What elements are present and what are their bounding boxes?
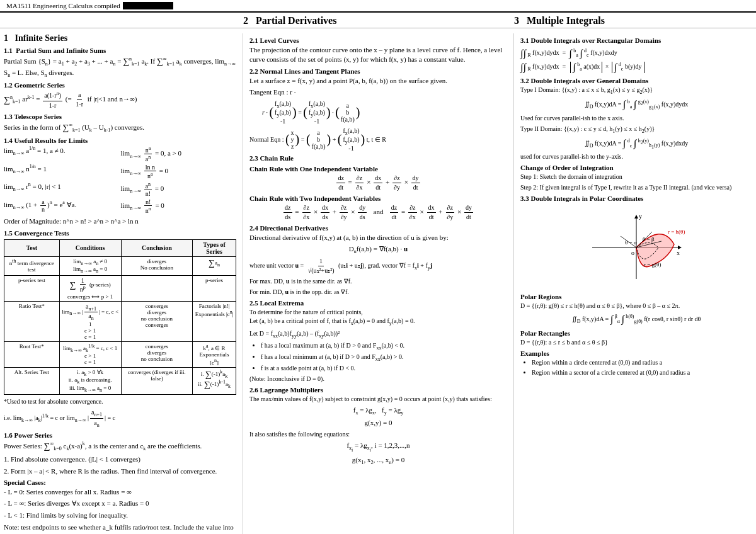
lagrange-gen-formula: fxi = λgxi, i = 1,2,3,...,n xyxy=(249,441,507,453)
limit-6: limn→∞ ann! = 0 xyxy=(121,181,237,197)
type2-note: used for curves parallel-ish to the y-ax… xyxy=(520,152,752,161)
table-row: p-series test ∑ 1np (p-series) converges… xyxy=(4,276,236,301)
col2-header-cell: 2 Partial Derivatives xyxy=(243,15,514,28)
limit-7: limn→∞ (1 + an)n = ea ∀a. xyxy=(4,198,120,214)
svg-marker-2 xyxy=(634,215,638,219)
conditions-nth: limn→∞ an ≠ 0limn→∞ an = 0 xyxy=(59,256,121,276)
polar-rect-title: Polar Rectangles xyxy=(520,329,752,337)
limits-grid: limn→∞ a1/n = 1, a ≠ 0. limn→∞ naan = 0,… xyxy=(4,145,236,215)
convergence-table: Test Conditions Conclusion Types of Seri… xyxy=(4,239,236,395)
svg-text:y: y xyxy=(639,213,642,220)
test-alt: Alt. Series Test xyxy=(4,367,60,394)
tangent-eqn: r · ( fx(a,b) fy(a,b) -1 ) = ( fx(a,b) f… xyxy=(262,100,507,125)
special-case-2: - L = ∞: Series diverges ∀x except x = a… xyxy=(4,499,236,508)
power-series-body: Power Series: ∑∞k=0 ck(x-a)k, a is the c… xyxy=(4,440,236,453)
col3-number: 3 xyxy=(514,15,519,26)
extrema-condition-2: f has a local minimum at (a, b) if D > 0… xyxy=(261,353,507,363)
extrema-note: (Note: Inconclusive if D = 0). xyxy=(249,375,507,383)
sec-3-3-title: 3.3 Double Integrals in Polar Coordinate… xyxy=(520,195,752,202)
sec-1-3-body: Series in the form of ∑∞k=1 (Uk – Uk-1) … xyxy=(4,122,236,134)
test-pseries: p-series test xyxy=(4,276,60,301)
svg-text:θ = α: θ = α xyxy=(625,239,637,246)
types-pseries: p-series xyxy=(193,276,236,301)
sec-1-4-title: 1.4 Useful Results for Limits xyxy=(4,137,236,144)
types-ratio: Factorials |n!|Exponentials |cn| xyxy=(193,301,236,341)
change-order-title: Change of Order of Integration xyxy=(520,164,752,171)
extrema-condition-3: f is at a saddle point at (a, b) if D < … xyxy=(261,364,507,373)
special-case-3: - L < 1: Find limits by solving for ineq… xyxy=(4,511,236,520)
double-int-formula2: ∫∫ R f(x,y)dydx = ∫ ba a(x)dx × ∫ dc b(y… xyxy=(520,62,646,73)
table-header-conditions: Conditions xyxy=(59,239,121,256)
sec-2-2-body: Let a surface z = f(x, y) and a point P(… xyxy=(249,76,507,86)
convergence-ie: i.e. limk→∞ |ak|1/k = c or limn→∞ |an+1a… xyxy=(4,408,236,429)
sec-1-5-title: 1.5 Convergence Tests xyxy=(4,229,236,237)
sec-2-6-body: The max/min values of f(x,y) subject to … xyxy=(249,395,507,404)
col3-title: Multiple Integrals xyxy=(527,15,605,26)
header-redacted xyxy=(123,2,173,9)
examples-title: Examples xyxy=(520,349,752,357)
svg-text:r = g(θ): r = g(θ) xyxy=(644,261,661,268)
unit-vector: where unit vector u = 1√(u₁²+u₂²) (u₁i +… xyxy=(249,257,507,275)
table-header-test: Test xyxy=(4,239,60,256)
polar-regions-title: Polar Regions xyxy=(520,293,752,300)
types-nth: ∑an xyxy=(193,256,236,276)
table-row: Ratio Test* limn→∞ |an+1an| = c, c < 1 c… xyxy=(4,301,236,341)
examples-list: Region within a circle centered at (0,0)… xyxy=(532,358,752,377)
lagrange-gen-constraint: g(x1, x2, ..., xn) = 0 xyxy=(249,455,507,466)
test-root: Root Test* xyxy=(4,341,60,367)
power-series-step2: 2. Form |x – a| < R, where R is the radi… xyxy=(4,467,236,476)
type1-formula: ∬D f(x,y)dA = ∫ ba ∫ g2(x)g1(x) f(x,y)dy… xyxy=(520,98,752,111)
power-series-step1: 1. Find absolute convergence. (|L| < 1 c… xyxy=(4,455,236,464)
sec-1-3-title: 1.3 Telescope Series xyxy=(4,113,236,120)
page-header: MA1511 Engineering Calculus compiled xyxy=(0,0,756,13)
type2-domain: Type II Domain: {(x,y) : c ≤ y ≤ d, h1(y… xyxy=(520,125,752,135)
limit-2: limn→∞ naan = 0, a > 0 xyxy=(121,145,237,163)
sec-2-1-title: 2.1 Level Curves xyxy=(249,37,507,44)
polar-diagram: y x o r = h(θ) r = g(θ) θ = β xyxy=(586,210,687,285)
tangent-eqn-label: Tangent Eqn : r · xyxy=(249,88,507,97)
polar-regions-domain: D = {(r,θ): g(θ) ≤ r ≤ h(θ) and α ≤ θ ≤ … xyxy=(520,302,752,310)
col2-title: Partial Derivatives xyxy=(256,15,336,26)
sec-3-1-title: 3.1 Double Integrals over Rectangular Do… xyxy=(520,37,752,44)
conditions-ratio: limn→∞ |an+1an| = c, c < 1 c > 1c = 1 xyxy=(59,301,121,341)
lagrange-formula2: g(x,y) = 0 xyxy=(249,418,507,428)
header-title: MA1511 Engineering Calculus compiled xyxy=(6,2,120,9)
svg-text:θ = β: θ = β xyxy=(643,236,655,242)
example-1: Region within a circle centered at (0,0)… xyxy=(532,358,752,367)
page: MA1511 Engineering Calculus compiled 2 P… xyxy=(0,0,756,534)
col1-header-cell xyxy=(4,15,243,28)
chain-rule-1var-formula: dzdt = ∂z∂x × dxdt + ∂z∂y × dydt xyxy=(249,174,507,192)
sec-1-1-body: Partial Sum {Sn} = a1 + a2 + a3 + ... + … xyxy=(4,55,236,79)
table-header-conclusion: Conclusion xyxy=(121,239,192,256)
order-magnitude: Order of Magnitude: n^n > n! > a^n > n^a… xyxy=(4,217,236,226)
conclusion-ratio: convergesdivergesno conclusionconverges xyxy=(121,301,192,341)
sec-1-2-body: ∑nk=1 ark-1 = a(1-rn)1-r (= a1-r if |r|<… xyxy=(4,90,236,110)
conclusion-pseries xyxy=(121,276,192,301)
sec-1-1-num: 1.1 xyxy=(4,47,13,54)
special-case-1: - L = 0: Series converges for all x. Rad… xyxy=(4,487,236,497)
test-nth: nth term divergence test xyxy=(4,256,60,276)
sec-2-1-body: The projection of the contour curve onto… xyxy=(249,45,507,65)
table-row: Root Test* limk→∞ ak1/k = c, c < 1 c > 1… xyxy=(4,341,236,367)
type1-domain: Type I Domain: {(x,y) : a ≤ x ≤ b, g1(x)… xyxy=(520,86,752,96)
types-alt: i. ∑(-1)kak ii. ∑(-1)k-1ak xyxy=(193,367,236,394)
max-dd: For max. DD, u is in the same dir. as ∇f… xyxy=(249,277,507,286)
type2-formula: ∬D f(x,y)dA = ∫ dc ∫ h2(y)h1(y) f(x,y)dx… xyxy=(520,137,752,151)
lagrange-formula1: fx = λgx, fy = λgy xyxy=(249,406,507,416)
column-headers-row: 2 Partial Derivatives 3 Multiple Integra… xyxy=(0,13,756,28)
example-2: Region within a sector of a circle cente… xyxy=(532,368,752,377)
sec-2-5-title: 2.5 Local Extrema xyxy=(249,299,507,307)
change-order-step1: Step 1: Sketch the domain of integration xyxy=(520,173,752,181)
sec-1-6-title: 1.6 Power Series xyxy=(4,431,236,439)
col2-partial-derivatives: 2.1 Level Curves The projection of the c… xyxy=(243,33,514,534)
conditions-alt: i. ak > 0 ∀k ii. ak is decreasing. iii. … xyxy=(59,367,121,394)
extrema-conditions: f has a local maximum at (a, b) if D > 0… xyxy=(261,341,507,373)
sec-2-4-title: 2.4 Directional Derivatives xyxy=(249,224,507,232)
chain-rule-1var-title: Chain Rule with One Independent Variable xyxy=(249,165,507,173)
conclusion-nth: divergesNo conclusion xyxy=(121,256,192,276)
change-order-step2: Step 2: If given integral is of Type I, … xyxy=(520,183,752,192)
sec-1-1-title: 1.1 Partial Sum and Infinite Sums xyxy=(4,47,236,54)
col3-multiple-integrals: 3.1 Double Integrals over Rectangular Do… xyxy=(514,33,752,534)
limit-3: limn→∞ n1/n = 1 xyxy=(4,164,120,179)
col1-title: 1 Infinite Series xyxy=(4,33,236,43)
